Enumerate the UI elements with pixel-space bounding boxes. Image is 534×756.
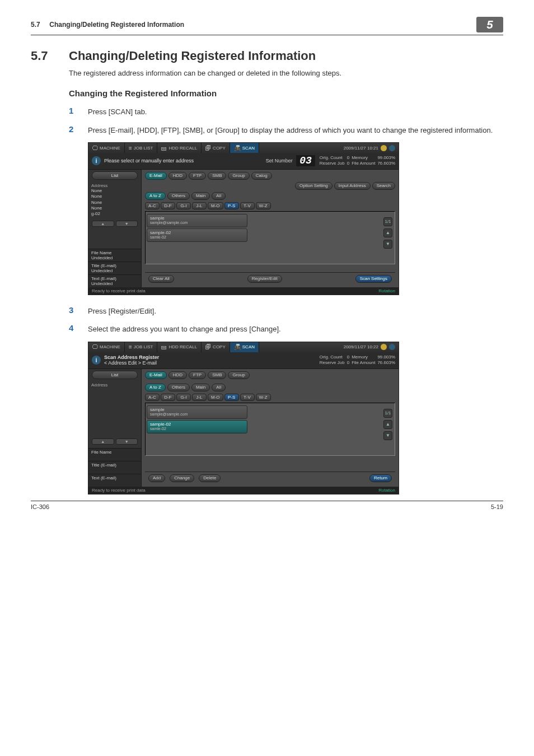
sort-main[interactable]: Main — [191, 192, 210, 200]
screen-foot: Clear All Register/Edit Scan Settings — [145, 272, 395, 285]
info-icon: i — [92, 356, 101, 365]
search-button[interactable]: Search — [372, 182, 395, 190]
alpha-ac[interactable]: A-C — [145, 202, 160, 209]
alpha-mo[interactable]: M-O — [208, 202, 223, 209]
status-message: Ready to receive print data — [92, 288, 146, 293]
alpha-df[interactable]: D-F — [161, 394, 175, 401]
cat-email[interactable]: E-Mail — [145, 371, 167, 379]
alpha-wz[interactable]: W-Z — [256, 394, 271, 401]
mfp-screen: 🖵MACHINE ≡JOB LIST 🖴HDD RECALL 🗐COPY 📠SC… — [88, 342, 399, 494]
side-none-list: None None None None g-02 — [88, 188, 141, 217]
scroll-down[interactable]: ▼ — [383, 431, 392, 440]
running-header: 5.7 Changing/Deleting Registered Informa… — [31, 17, 503, 35]
tab-copy[interactable]: 🗐COPY — [202, 143, 230, 153]
footer-left: IC-306 — [31, 503, 49, 510]
nav-up[interactable]: ▲ — [92, 221, 114, 227]
list-button[interactable]: List — [92, 171, 138, 180]
scroll-up[interactable]: ▲ — [383, 420, 392, 429]
tab-joblist[interactable]: ≡JOB LIST — [125, 143, 158, 153]
add-button[interactable]: Add — [148, 474, 165, 482]
alpha-tv[interactable]: T-V — [240, 202, 255, 209]
alpha-tv[interactable]: T-V — [240, 394, 255, 401]
alpha-filter: A-C D-F G-I J-L M-O P-S T-V W-Z — [145, 394, 395, 401]
file-name-section: File Name Undecided — [88, 249, 141, 262]
text-section: Text (E-mail) Undecided — [88, 274, 141, 287]
list-item[interactable]: sample-02 samle-02 — [147, 228, 247, 242]
delete-button[interactable]: Delete — [199, 474, 221, 482]
input-address-button[interactable]: Input Address — [334, 182, 371, 190]
alpha-ac[interactable]: A-C — [145, 394, 160, 401]
return-button[interactable]: Return — [369, 474, 392, 482]
status-message: Ready to receive print data — [92, 488, 146, 493]
tab-machine[interactable]: 🖵MACHINE — [88, 143, 125, 153]
cat-smb[interactable]: SMB — [208, 371, 226, 379]
info-icon: i — [92, 156, 101, 165]
category-row: E-Mail HDD FTP SMB Group — [145, 371, 395, 379]
tab-hddrecall[interactable]: 🖴HDD RECALL — [157, 143, 202, 153]
cat-calog[interactable]: Calog — [251, 172, 272, 180]
scroll-down[interactable]: ▼ — [383, 240, 392, 249]
alpha-gi[interactable]: G-I — [176, 202, 191, 209]
tab-copy[interactable]: 🗐COPY — [202, 342, 230, 352]
list-item[interactable]: sample sample@sample.com — [147, 214, 247, 227]
screen-sidebar: List Address None None None None g-02 ▲ … — [88, 170, 142, 287]
tab-joblist[interactable]: ≡JOB LIST — [125, 342, 158, 352]
option-setting-button[interactable]: Option Setting — [295, 182, 332, 190]
cat-hdd[interactable]: HDD — [168, 172, 187, 180]
cat-ftp[interactable]: FTP — [189, 172, 206, 180]
sort-atoz[interactable]: A to Z — [145, 384, 166, 391]
alpha-jl[interactable]: J-L — [192, 394, 207, 401]
register-edit-button[interactable]: Register/Edit — [247, 275, 282, 283]
status-circle-1 — [381, 145, 387, 151]
screen-foot: Add Change Delete Return — [145, 472, 395, 484]
sort-others[interactable]: Others — [167, 384, 190, 391]
alpha-ps[interactable]: P-S — [224, 394, 239, 401]
hdd-icon: 🖴 — [161, 344, 167, 350]
sort-others[interactable]: Others — [167, 192, 190, 200]
list-button[interactable]: List — [92, 371, 138, 379]
scroll-up[interactable]: ▲ — [383, 228, 392, 237]
sort-all[interactable]: All — [212, 192, 226, 200]
cat-email[interactable]: E-Mail — [145, 172, 167, 180]
scan-settings-button[interactable]: Scan Settings — [355, 275, 392, 283]
screen-infobar: i Scan Address Register < Address Edit >… — [88, 352, 399, 369]
cat-hdd[interactable]: HDD — [168, 371, 187, 379]
sort-atoz[interactable]: A to Z — [145, 192, 166, 200]
cat-smb[interactable]: SMB — [208, 172, 226, 180]
cat-group[interactable]: Group — [228, 172, 249, 180]
scan-icon: 📠 — [234, 344, 241, 350]
sort-main[interactable]: Main — [191, 384, 210, 391]
list-item[interactable]: sample sample@sample.com — [147, 405, 247, 419]
screen-statusbar: Ready to receive print data Rotation — [88, 287, 399, 295]
list-item-selected[interactable]: sample-02 samle-02 — [147, 420, 247, 433]
address-label: Address — [88, 181, 141, 188]
nav-up[interactable]: ▲ — [92, 438, 114, 445]
alpha-mo[interactable]: M-O — [208, 394, 223, 401]
tab-scan[interactable]: 📠SCAN — [230, 342, 259, 352]
section-title: Changing/Deleting Registered Information — [69, 49, 316, 63]
tab-hddrecall[interactable]: 🖴HDD RECALL — [157, 342, 202, 352]
nav-down[interactable]: ▼ — [116, 438, 138, 445]
list-scroll: 1/1 ▲ ▼ — [383, 217, 392, 249]
alpha-gi[interactable]: G-I — [176, 394, 191, 401]
clear-all-button[interactable]: Clear All — [148, 275, 174, 283]
status-circle-1 — [381, 344, 387, 350]
sort-all[interactable]: All — [212, 384, 226, 391]
change-button[interactable]: Change — [170, 474, 194, 482]
cat-group[interactable]: Group — [228, 371, 249, 379]
alpha-jl[interactable]: J-L — [192, 202, 207, 209]
tab-machine[interactable]: 🖵MACHINE — [88, 342, 125, 352]
step-4: 4 Select the address you want to change … — [69, 323, 503, 335]
tab-scan[interactable]: 📠SCAN — [230, 143, 259, 153]
title-section: Title (E-mail) — [88, 461, 141, 474]
set-number: Set Number 03 — [266, 155, 315, 166]
alpha-wz[interactable]: W-Z — [256, 202, 271, 209]
alpha-df[interactable]: D-F — [161, 202, 175, 209]
side-nav: ▲ ▼ — [92, 221, 138, 227]
step-num: 2 — [69, 124, 77, 134]
cat-ftp[interactable]: FTP — [189, 371, 206, 379]
subsection-heading: Changing the Registered Information — [69, 88, 503, 98]
rh-title: Changing/Deleting Registered Information — [49, 21, 184, 29]
alpha-ps[interactable]: P-S — [224, 202, 239, 209]
nav-down[interactable]: ▼ — [116, 221, 138, 227]
